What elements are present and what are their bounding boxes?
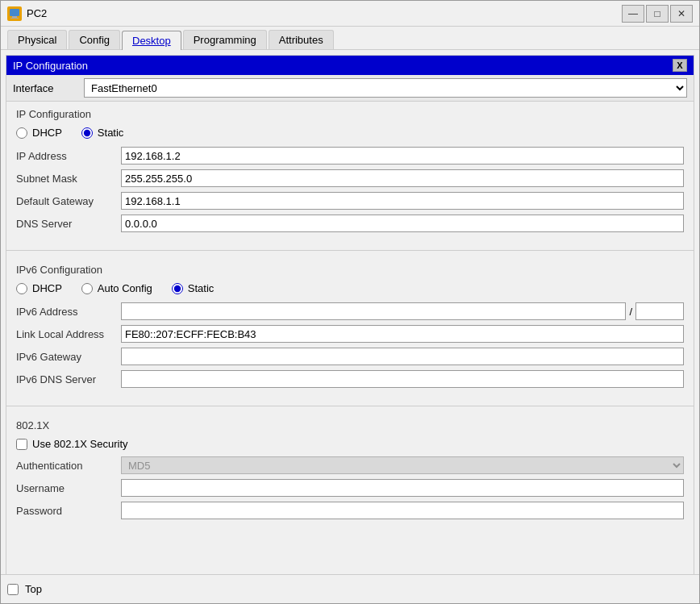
static-radio-label[interactable]: Static <box>81 127 124 139</box>
ip-address-row: IP Address <box>16 147 684 165</box>
window-title: PC2 <box>27 7 622 19</box>
tab-programming[interactable]: Programming <box>183 30 267 49</box>
ip-address-input[interactable] <box>121 147 684 165</box>
ipv6-address-input[interactable] <box>121 302 626 320</box>
ipv6-dhcp-text: DHCP <box>32 282 62 294</box>
username-row: Username <box>16 479 684 497</box>
ipv6-static-text: Static <box>188 282 215 294</box>
subnet-mask-input[interactable] <box>121 169 684 187</box>
top-checkbox[interactable] <box>7 584 19 595</box>
panel-title: IP Configuration <box>13 60 88 72</box>
app-icon <box>7 6 22 21</box>
ipv4-section-title: IP Configuration <box>16 108 684 120</box>
use-dot1x-row: Use 802.1X Security <box>16 438 684 450</box>
bottom-bar: Top <box>1 574 699 603</box>
tab-config[interactable]: Config <box>69 30 120 49</box>
main-window: PC2 — □ ✕ Physical Config Desktop Progra… <box>0 0 700 604</box>
ipv6-section: IPv6 Configuration DHCP Auto Config <box>6 257 694 399</box>
tab-attributes[interactable]: Attributes <box>269 30 334 49</box>
dns-input[interactable] <box>121 215 684 232</box>
ipv4-section: IP Configuration DHCP Static IP A <box>6 102 694 244</box>
gateway-input[interactable] <box>121 192 684 210</box>
ipv6-address-label: IPv6 Address <box>16 306 121 318</box>
interface-row: Interface FastEthernet0 <box>6 75 694 102</box>
auth-row: Authentication MD5 <box>16 456 684 474</box>
link-local-row: Link Local Address <box>16 325 684 343</box>
title-bar: PC2 — □ ✕ <box>1 1 699 27</box>
ipv6-static-label[interactable]: Static <box>172 282 215 294</box>
tab-content: IP Configuration X Interface FastEtherne… <box>1 50 699 574</box>
ipv6-autoconfig-radio[interactable] <box>81 283 93 294</box>
ipv6-static-radio[interactable] <box>172 283 183 294</box>
gateway-row: Default Gateway <box>16 192 684 210</box>
gateway-label: Default Gateway <box>16 195 121 207</box>
link-local-input[interactable] <box>121 325 684 343</box>
slash-divider: / <box>629 306 632 318</box>
ip-config-panel: IP Configuration X Interface FastEtherne… <box>6 55 694 574</box>
tab-desktop[interactable]: Desktop <box>122 31 181 50</box>
scroll-area: IP Configuration DHCP Static IP A <box>6 102 694 574</box>
password-row: Password <box>16 502 684 519</box>
dns-label: DNS Server <box>16 218 121 230</box>
username-input[interactable] <box>121 479 684 497</box>
tab-physical[interactable]: Physical <box>7 30 67 49</box>
svg-rect-2 <box>10 18 19 19</box>
ipv6-section-title: IPv6 Configuration <box>16 264 684 276</box>
dot1x-checkbox[interactable] <box>16 439 27 450</box>
tab-bar: Physical Config Desktop Programming Attr… <box>1 27 699 50</box>
ipv6-dns-label: IPv6 DNS Server <box>16 373 121 385</box>
svg-rect-1 <box>12 16 17 18</box>
ipv6-dhcp-label[interactable]: DHCP <box>16 282 62 294</box>
ipv6-gateway-input[interactable] <box>121 348 684 365</box>
dot1x-section-title: 802.1X <box>16 419 684 431</box>
divider-ipv4-ipv6 <box>6 250 694 251</box>
subnet-mask-row: Subnet Mask <box>16 169 684 187</box>
password-label: Password <box>16 505 121 517</box>
dot1x-section: 802.1X Use 802.1X Security Authenticatio… <box>6 413 694 531</box>
ipv6-dhcp-radio[interactable] <box>16 283 27 294</box>
dns-row: DNS Server <box>16 215 684 232</box>
panel-close-button[interactable]: X <box>673 59 687 72</box>
minimize-button[interactable]: — <box>622 5 644 23</box>
ipv6-autoconfig-label[interactable]: Auto Config <box>81 282 152 294</box>
interface-select[interactable]: FastEthernet0 <box>84 78 687 98</box>
username-label: Username <box>16 482 121 494</box>
ipv6-dns-row: IPv6 DNS Server <box>16 370 684 388</box>
divider-ipv6-dot1x <box>6 406 694 406</box>
top-label: Top <box>25 583 42 595</box>
window-controls: — □ ✕ <box>622 5 693 23</box>
subnet-mask-label: Subnet Mask <box>16 173 121 185</box>
ipv6-mode-row: DHCP Auto Config Static <box>16 282 684 294</box>
dot1x-checkbox-label: Use 802.1X Security <box>32 438 128 450</box>
ipv6-prefix-input[interactable] <box>635 302 684 320</box>
ipv4-mode-row: DHCP Static <box>16 127 684 139</box>
ipv6-gateway-row: IPv6 Gateway <box>16 348 684 365</box>
static-label: Static <box>98 127 124 139</box>
password-input[interactable] <box>121 502 684 519</box>
maximize-button[interactable]: □ <box>646 5 669 23</box>
interface-label: Interface <box>13 82 77 94</box>
dhcp-label: DHCP <box>32 127 62 139</box>
panel-header: IP Configuration X <box>6 56 694 75</box>
ipv6-dns-input[interactable] <box>121 370 684 388</box>
ipv6-gateway-label: IPv6 Gateway <box>16 351 121 363</box>
static-radio[interactable] <box>81 127 93 139</box>
auth-label: Authentication <box>16 460 121 472</box>
ipv6-address-row: IPv6 Address / <box>16 302 684 320</box>
ipv6-autoconfig-text: Auto Config <box>98 282 152 294</box>
close-button[interactable]: ✕ <box>670 5 693 23</box>
svg-rect-0 <box>10 9 19 16</box>
auth-select[interactable]: MD5 <box>121 456 684 474</box>
ip-address-label: IP Address <box>16 150 121 162</box>
link-local-label: Link Local Address <box>16 328 121 340</box>
dhcp-radio[interactable] <box>16 127 27 139</box>
dhcp-radio-label[interactable]: DHCP <box>16 127 62 139</box>
